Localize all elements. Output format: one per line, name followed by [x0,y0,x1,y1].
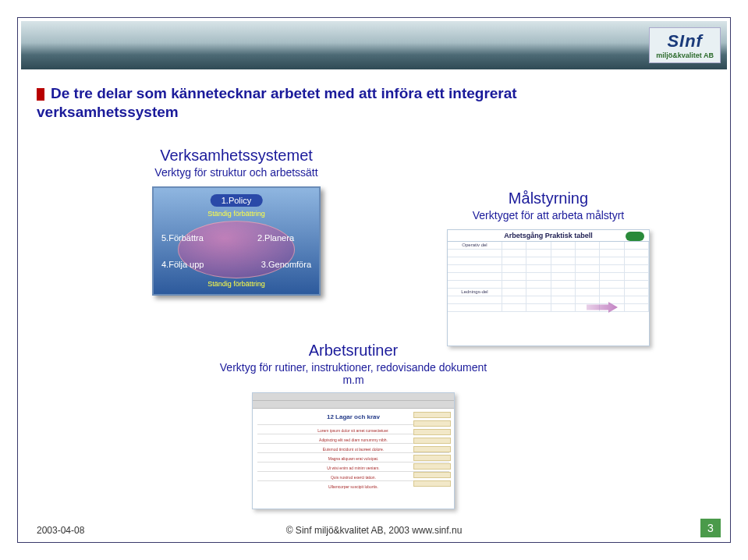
doc-toolbar-2 [253,401,454,409]
row-header-a: Operativ del [448,242,502,250]
row-header-b: Lednings-del [448,289,502,296]
pdca-step-5: 5.Förbättra [161,233,204,243]
section2-sub: Verktyget för att arbeta målstyrt [424,209,673,222]
section1-heading: Verksamhetssystemet [119,147,353,165]
pdca-step-3: 3.Genomföra [261,260,311,269]
table-grid: Operativ del Lednings-del [448,242,649,312]
footer-copyright: © Sinf miljö&kvalitet AB, 2003 www.sinf.… [286,525,463,536]
bullet-icon [37,88,44,101]
section-verksamhetssystemet: Verksamhetssystemet Verktyg för struktur… [119,147,353,296]
green-pill-icon [626,232,644,241]
pdca-step-2: 2.Planera [257,233,294,243]
logo-name: SInf [656,31,714,51]
header-banner: SInf miljö&kvalitet AB [21,21,727,69]
section2-heading: Målstyrning [424,190,673,207]
page-number: 3 [700,519,721,537]
pdca-oval-icon [178,221,295,278]
section3-sub: Verktyg för rutiner, instruktioner, redo… [213,361,494,386]
goal-table-diagram: Arbetsgång Praktisk tabell Operativ del … [447,229,650,346]
pdca-improve-top: Ständig förbättring [207,210,265,218]
doc-side-cells [413,412,451,487]
section1-sub: Verktyg för struktur och arbetssätt [119,166,353,179]
slide-frame: SInf miljö&kvalitet AB De tre delar som … [17,17,731,543]
logo-tagline: miljö&kvalitet AB [656,51,714,59]
footer-date: 2003-04-08 [37,525,84,536]
doc-toolbar [253,393,454,401]
pdca-improve-bottom: Ständig förbättring [207,280,265,288]
slide-title: De tre delar som kännetecknar arbetet me… [37,84,644,122]
document-screenshot: 12 Lagar och krav Lorem ipsum dolor sit … [252,392,455,509]
section-malstyrning: Målstyrning Verktyget för att arbeta mål… [424,190,673,346]
section3-heading: Arbetsrutiner [213,342,494,360]
pdca-step-4: 4.Följa upp [161,260,204,269]
slide-title-text: De tre delar som kännetecknar arbetet me… [37,85,517,120]
table-title: Arbetsgång Praktisk tabell [448,230,649,242]
section-arbetsrutiner: Arbetsrutiner Verktyg för rutiner, instr… [213,342,494,509]
pdca-policy-pill: 1.Policy [211,194,263,207]
pdca-diagram: 1.Policy Ständig förbättring 5.Förbättra… [152,186,321,296]
logo: SInf miljö&kvalitet AB [649,27,721,63]
